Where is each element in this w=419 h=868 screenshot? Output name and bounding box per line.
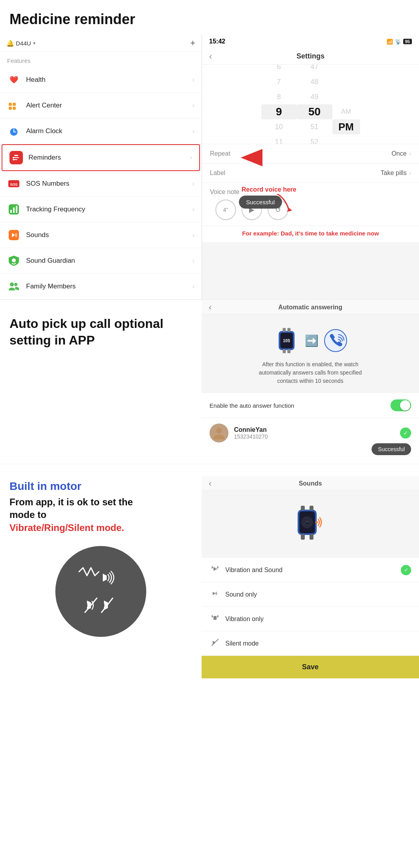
motor-title: Built in motor [9,480,192,493]
device-bar: 🔔 D44U ▾ + [0,35,202,52]
back-button[interactable]: ‹ [209,51,212,62]
sound-option-sound-only[interactable]: Sound only [202,582,419,607]
incoming-call-icon [323,328,349,354]
sounds-icon [7,228,21,242]
selected-check-icon: ✓ [401,565,411,575]
toast-successful: Successful [239,196,282,209]
chevron-right-icon: › [193,257,194,264]
sidebar-item-label: Alarm Clock [26,127,193,135]
auto-pickup-title: Auto pick up call optional setting in AP… [9,316,192,348]
contact-row: ConnieYan 15323410270 ✓ Successful [202,418,419,448]
arrow-annotation [241,149,262,166]
svg-text:📱: 📱 [305,520,310,525]
sound-only-icon [210,589,221,600]
auto-pickup-section: Auto pick up call optional setting in AP… [0,300,419,448]
contact-check-icon: ✓ [400,427,411,439]
svg-rect-3 [13,107,16,110]
repeat-text: Once [391,150,406,157]
label-row[interactable]: Label Take pills › [202,164,419,183]
sound-option-silent[interactable]: Silent mode [202,631,419,656]
sidebar-item-label: Sounds [26,231,193,239]
page-title: Medicine reminder [0,0,419,35]
sidebar-item-sounds[interactable]: Sounds › [0,222,202,248]
sidebar-item-label: Tracking Frequency [26,205,193,213]
sounds-watch-card: 📱 [202,491,419,558]
time-picker[interactable]: 6 7 8 9 10 11 47 48 49 50 51 52 [202,65,419,144]
ampm-picker[interactable]: AM PM [332,65,360,144]
hour-val-selected: 9 [261,104,297,119]
svg-point-12 [13,159,14,160]
toggle-label: Enable the auto answer function [210,402,294,409]
sound-only-label: Sound only [225,591,411,598]
device-name[interactable]: 🔔 D44U ▾ [6,40,36,47]
sound-option-vibration-only[interactable]: Vibration only [202,607,419,631]
left-panel: 🔔 D44U ▾ + Features ❤️ Health › [0,35,202,299]
sidebar-item-guardian[interactable]: Sound Guardian › [0,248,202,274]
sidebar-item-label: Alert Center [26,102,193,109]
label-value: Take pills › [381,169,411,177]
sidebar-item-label: SOS Numbers [26,180,193,188]
alarm-icon [7,124,21,138]
svg-rect-30 [287,328,291,332]
minute-val: 51 [297,119,332,134]
label-text: Take pills [381,169,407,177]
sidebar-item-sos[interactable]: SOS SOS Numbers › [0,171,202,197]
sidebar-item-health[interactable]: ❤️ Health › [0,67,202,93]
chevron-down-icon: ▾ [33,41,36,46]
back-button[interactable]: ‹ [209,302,211,313]
repeat-label: Repeat [210,150,230,157]
sidebar-item-alarm[interactable]: Alarm Clock › [0,119,202,144]
device-label: D44U [16,40,31,47]
battery-badge: 95 [403,39,412,44]
signal-icon: 📶 [387,39,393,45]
sound-options-list: Vibration and Sound ✓ Sound only [202,558,419,656]
chevron-right-icon: › [409,169,411,177]
svg-rect-54 [213,616,217,620]
sound-option-vibration-and-sound[interactable]: Vibration and Sound ✓ [202,558,419,582]
silent-mode-label: Silent mode [225,640,411,647]
sounds-screen: ‹ Sounds 📱 [202,476,419,678]
watch-call-illustration: 10S ➡️ [272,326,349,355]
svg-point-22 [10,282,14,286]
reminder-icon [9,151,23,164]
health-icon: ❤️ [7,73,21,87]
toggle-switch[interactable] [391,399,411,411]
silent-mode-icon [210,638,221,649]
add-button[interactable]: + [190,38,195,48]
svg-marker-53 [213,592,215,595]
repeat-row[interactable]: Repeat Once › [202,144,419,164]
svg-rect-18 [16,206,17,213]
minute-picker[interactable]: 47 48 49 50 51 52 [297,65,332,144]
svg-rect-45 [301,506,305,510]
minute-val: 48 [297,74,332,89]
voice-controls: Record voice here 4'' Successful ▶ [210,200,411,220]
vibration-only-label: Vibration only [225,616,411,623]
chevron-right-icon: › [409,150,411,157]
svg-rect-29 [283,328,286,332]
voice-duration[interactable]: 4'' [215,200,236,220]
sidebar-item-family[interactable]: Family Members › [0,274,202,299]
hour-val: 6 [261,65,297,74]
sidebar-item-tracking[interactable]: Tracking Frequency › [0,197,202,222]
auto-answer-toggle-row[interactable]: Enable the auto answer function [202,393,419,418]
minute-val: 47 [297,65,332,74]
sidebar-item-label: Health [26,76,193,84]
svg-rect-2 [9,107,12,110]
sidebar-item-alert[interactable]: Alert Center › [0,93,202,119]
sidebar-item-reminders[interactable]: Reminders › [2,144,200,171]
svg-rect-9 [13,157,19,158]
motor-left: Built in motor From app, it is ok to set… [0,476,202,645]
svg-point-23 [14,283,17,286]
hour-picker[interactable]: 6 7 8 9 10 11 [261,65,297,144]
hour-val: 10 [261,119,297,134]
auto-answer-screen: ‹ Automatic answering 10S ➡️ [202,300,419,448]
back-button[interactable]: ‹ [209,478,211,489]
bell-icon: 🔔 [6,40,14,47]
voice-note-area: Voice note Record voice here 4'' [202,183,419,226]
pm-val-selected: PM [332,119,360,134]
svg-rect-8 [14,155,18,156]
tracking-icon [7,203,21,216]
save-button[interactable]: Save [202,656,419,678]
motor-desc-line1: From app, it is ok to set the [9,497,133,507]
motor-desc-line2: mode to [9,509,46,520]
